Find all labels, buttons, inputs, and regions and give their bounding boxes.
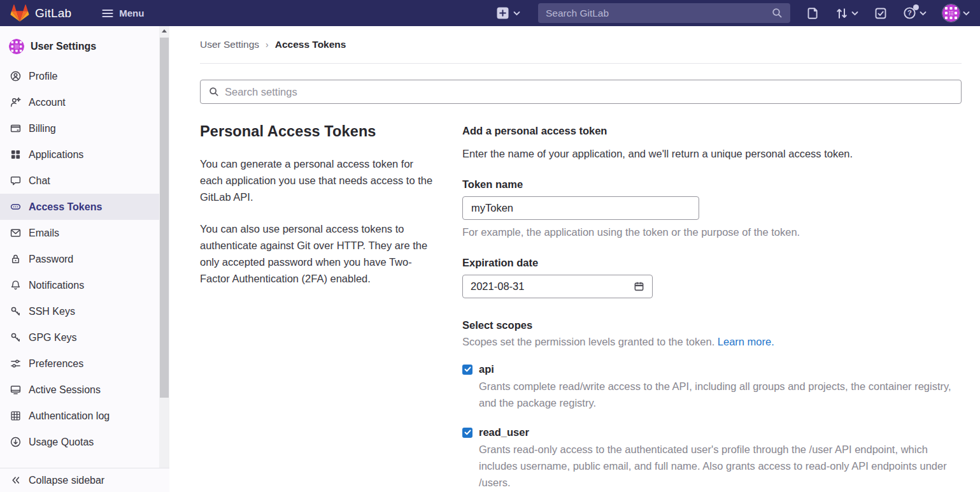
plus-icon (497, 7, 509, 19)
page-title: Personal Access Tokens (200, 123, 437, 140)
form-heading: Add a personal access token (462, 123, 962, 137)
key-icon (10, 332, 21, 343)
gitlab-app: GitLab Menu (0, 0, 980, 492)
sidebar-item-applications[interactable]: Applications (0, 141, 159, 168)
main-content: User Settings › Access Tokens Personal A… (169, 26, 980, 492)
lock-icon (10, 254, 21, 264)
api-checkbox[interactable] (462, 365, 472, 375)
select-scopes-heading: Select scopes (462, 319, 962, 331)
scope-read-user-label[interactable]: read_user (479, 426, 529, 438)
global-search-input[interactable] (546, 8, 772, 19)
token-name-input[interactable] (462, 196, 699, 220)
sidebar-item-billing[interactable]: Billing (0, 115, 159, 141)
search-icon (209, 87, 219, 97)
svg-text:?: ? (907, 9, 912, 17)
merge-requests-button[interactable] (835, 7, 858, 20)
chevron-down-icon (513, 11, 520, 16)
email-icon (10, 228, 21, 238)
new-dropdown-button[interactable] (497, 7, 520, 19)
scope-read-user: read_user Grants read-only access to the… (462, 426, 962, 491)
form-intro: Enter the name of your application, and … (462, 148, 962, 160)
sidebar-item-gpg-keys[interactable]: GPG Keys (0, 324, 159, 351)
expiration-date-label: Expiration date (462, 257, 962, 269)
sidebar-item-usage-quotas[interactable]: Usage Quotas (0, 429, 159, 455)
sidebar-item-password[interactable]: Password (0, 246, 159, 272)
scope-api-label[interactable]: api (479, 363, 494, 375)
profile-icon (10, 71, 21, 82)
billing-icon (10, 123, 21, 134)
expiration-date-input[interactable] (471, 280, 628, 293)
gitlab-logo-icon (10, 4, 29, 22)
sidebar-title: User Settings (31, 41, 96, 52)
scope-read-user-description: Grants read-only access to the authentic… (479, 441, 962, 491)
breadcrumb: User Settings › Access Tokens (200, 26, 962, 64)
section-description: Personal Access Tokens You can generate … (200, 123, 437, 491)
settings-search (200, 80, 962, 104)
hamburger-icon (102, 9, 113, 18)
scrollbar-thumb[interactable] (160, 38, 169, 398)
chevron-down-icon (920, 11, 927, 16)
key-icon (10, 306, 21, 317)
token-icon (10, 201, 21, 212)
calendar-icon[interactable] (634, 281, 644, 292)
add-token-form: Add a personal access token Enter the na… (462, 123, 962, 491)
log-icon (10, 410, 21, 421)
sidebar-header: User Settings (0, 35, 159, 63)
avatar (942, 4, 960, 22)
breadcrumb-user-settings[interactable]: User Settings (200, 39, 259, 50)
sidebar-item-authentication-log[interactable]: Authentication log (0, 403, 159, 429)
applications-icon (10, 149, 21, 160)
sidebar-scrollbar[interactable] (159, 26, 169, 468)
help-menu-button[interactable]: ? (903, 6, 927, 20)
help-icon: ? (903, 6, 916, 20)
search-icon (772, 8, 783, 18)
global-search (538, 3, 790, 23)
sidebar-item-notifications[interactable]: Notifications (0, 272, 159, 298)
brand-name: GitLab (35, 6, 71, 20)
breadcrumb-access-tokens: Access Tokens (275, 39, 346, 50)
bell-icon (10, 280, 21, 291)
sidebar-item-ssh-keys[interactable]: SSH Keys (0, 298, 159, 324)
read-user-checkbox[interactable] (462, 428, 472, 438)
sidebar-item-chat[interactable]: Chat (0, 168, 159, 194)
token-name-label: Token name (462, 178, 962, 191)
scope-api-description: Grants complete read/write access to the… (479, 378, 962, 411)
sidebar-item-emails[interactable]: Emails (0, 220, 159, 246)
todos-button[interactable] (874, 7, 887, 20)
scopes-help: Scopes set the permission levels granted… (462, 336, 962, 348)
section-description-2: You can also use personal access tokens … (200, 221, 437, 287)
todo-icon (874, 7, 887, 20)
sidebar-item-account[interactable]: Account (0, 89, 159, 115)
settings-search-input[interactable] (225, 86, 953, 98)
account-icon (10, 97, 21, 108)
learn-more-link[interactable]: Learn more. (718, 336, 774, 347)
monitor-icon (10, 384, 21, 395)
merge-request-icon (835, 7, 848, 20)
issues-icon (807, 7, 820, 20)
menu-button[interactable]: Menu (102, 8, 144, 18)
sliders-icon (10, 358, 21, 369)
scope-api: api Grants complete read/write access to… (462, 363, 962, 411)
chevron-down-icon (851, 11, 858, 16)
expiration-date-field (462, 275, 653, 298)
quota-icon (10, 437, 21, 447)
section-description-1: You can generate a personal access token… (200, 156, 437, 205)
collapse-sidebar-button[interactable]: Collapse sidebar (0, 468, 169, 492)
user-menu-button[interactable] (942, 4, 970, 22)
issues-button[interactable] (807, 7, 820, 20)
chevron-down-icon (963, 11, 970, 16)
sidebar-item-preferences[interactable]: Preferences (0, 351, 159, 377)
scrollbar-up-arrow[interactable] (159, 26, 169, 36)
chat-icon (10, 175, 21, 186)
top-navbar: GitLab Menu (0, 0, 980, 26)
breadcrumb-separator-icon: › (266, 40, 269, 50)
collapse-icon (10, 475, 21, 486)
user-avatar (9, 39, 24, 54)
sidebar-item-access-tokens[interactable]: Access Tokens (0, 194, 159, 220)
token-name-help: For example, the application using the t… (462, 226, 962, 238)
gitlab-home-link[interactable]: GitLab (10, 4, 71, 22)
sidebar-item-profile[interactable]: Profile (0, 63, 159, 89)
menu-label: Menu (119, 8, 144, 18)
notification-dot (913, 4, 919, 10)
sidebar-item-active-sessions[interactable]: Active Sessions (0, 377, 159, 403)
